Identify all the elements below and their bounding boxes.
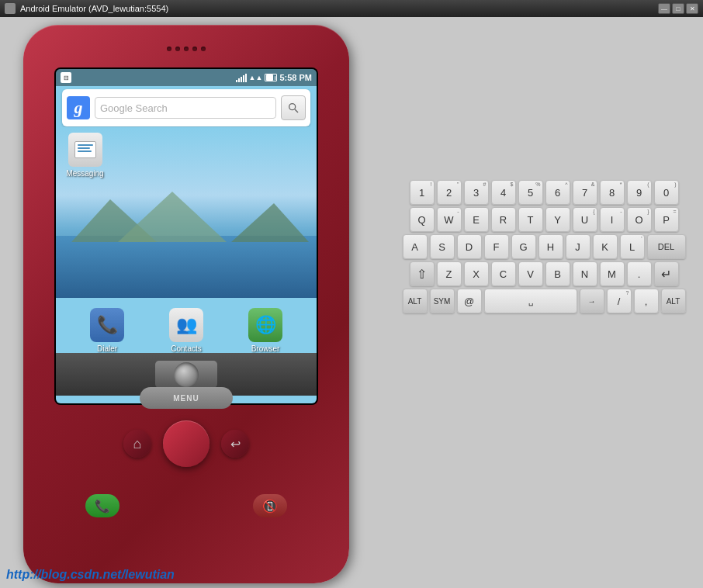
key-period[interactable]: . [627,261,652,286]
key-2[interactable]: "2 [437,180,462,205]
dialer-icon-img: 📞 [90,308,124,342]
keyboard-row-bottom: ALT SYM @ ␣ → ?/ , ALT [400,289,687,313]
key-m[interactable]: M [600,261,625,286]
key-z[interactable]: Z [437,261,462,286]
key-5[interactable]: %5 [518,180,543,205]
key-i[interactable]: -I [600,207,625,232]
screen-outer: ⊟ ▲▲ [54,67,318,405]
search-button[interactable] [281,95,306,120]
speaker-dot [184,47,189,51]
key-k[interactable]: K [593,234,618,259]
phone-body: ⊟ ▲▲ [23,25,349,583]
key-l[interactable]: 'L [620,234,645,259]
key-7[interactable]: &7 [573,180,597,205]
key-4[interactable]: $4 [491,180,516,205]
call-end-button[interactable]: 📵 [253,494,287,517]
menu-button[interactable]: MENU [140,387,233,409]
window-controls: — □ ✕ [658,3,698,14]
browser-label: Browser [244,344,287,353]
search-input[interactable]: Google Search [95,97,276,119]
key-slash[interactable]: ?/ [607,289,632,313]
key-6[interactable]: ^6 [545,180,570,205]
key-p[interactable]: =P [654,207,679,232]
menu-label: MENU [173,394,199,403]
call-icon: 📞 [95,499,110,514]
speaker-dot [167,47,171,51]
key-3[interactable]: #3 [464,180,489,205]
key-shift[interactable]: ⇧ [410,261,435,286]
key-v[interactable]: V [518,261,543,286]
end-call-icon: 📵 [262,499,278,514]
contacts-app[interactable]: 👥 Contacts [165,308,208,353]
watermark: http://blog.csdn.net/lewutian [6,568,175,582]
key-0[interactable]: )0 [654,180,679,205]
google-g-letter: g [74,98,83,118]
search-bar[interactable]: g Google Search [62,89,310,126]
bottom-app-icons: 📞 Dialer 👥 Contacts 🌐 Browser [56,308,317,353]
restore-button[interactable]: □ [672,3,684,14]
browser-icon-img: 🌐 [248,308,282,342]
key-alt-right[interactable]: ALT [661,289,686,313]
window-title: Android Emulator (AVD_lewutian:5554) [20,4,658,13]
key-a[interactable]: A [403,234,428,259]
key-w[interactable]: -W [437,207,462,232]
minimize-button[interactable]: — [658,3,670,14]
key-9[interactable]: (9 [627,180,652,205]
messaging-icon-img [68,133,102,167]
notification-icon: ⊟ [61,72,71,83]
key-d[interactable]: D [457,234,482,259]
key-g[interactable]: G [511,234,536,259]
search-placeholder: Google Search [100,102,168,114]
key-enter[interactable]: ↵ [654,261,679,286]
key-f[interactable]: F [484,234,509,259]
key-j[interactable]: J [566,234,590,259]
center-button[interactable] [163,420,210,467]
key-8[interactable]: *8 [600,180,625,205]
contacts-label: Contacts [165,344,208,353]
messaging-label: Messaging [64,169,106,178]
key-y[interactable]: Y [545,207,570,232]
call-answer-button[interactable]: 📞 [85,494,119,517]
key-q[interactable]: Q [410,207,435,232]
key-1[interactable]: !1 [410,180,435,205]
main-content: ⊟ ▲▲ [0,17,703,588]
key-del[interactable]: DEL [647,234,686,259]
trackball[interactable] [174,362,199,387]
back-button[interactable]: ↩ [221,430,249,458]
key-o[interactable]: }O [627,207,652,232]
key-n[interactable]: N [573,261,597,286]
keyboard-row-qwerty: Q -W E R T Y {U -I }O =P [400,207,687,232]
title-bar: Android Emulator (AVD_lewutian:5554) — □… [0,0,703,17]
key-at[interactable]: @ [457,289,482,313]
messaging-app[interactable]: Messaging [64,133,106,178]
key-e[interactable]: E [464,207,489,232]
key-c[interactable]: C [491,261,516,286]
speaker-dots [167,47,206,51]
trackball-container[interactable] [155,361,217,388]
key-s[interactable]: S [430,234,455,259]
keyboard-row-numbers: !1 "2 #3 $4 %5 ^6 &7 *8 (9 )0 [400,180,687,205]
key-u[interactable]: {U [573,207,597,232]
key-t[interactable]: T [518,207,543,232]
key-h[interactable]: H [539,234,563,259]
key-r[interactable]: R [491,207,516,232]
key-x[interactable]: X [464,261,489,286]
mountain-right [231,203,309,242]
key-sym[interactable]: SYM [430,289,455,313]
keyboard-row-zxcv: ⇧ Z X C V B N M . ↵ [400,261,687,286]
key-comma[interactable]: , [634,289,659,313]
water [56,236,317,298]
home-button[interactable]: ⌂ [123,430,151,458]
key-alt-left[interactable]: ALT [403,289,428,313]
svg-point-0 [289,104,296,110]
dialer-app[interactable]: 📞 Dialer [86,308,129,353]
google-logo: g [67,96,90,119]
contacts-icon-img: 👥 [169,308,203,342]
browser-app[interactable]: 🌐 Browser [244,308,287,353]
close-button[interactable]: ✕ [686,3,698,14]
key-space[interactable]: ␣ [484,289,577,313]
svg-line-1 [295,109,298,112]
phone-screen[interactable]: ⊟ ▲▲ [56,69,317,403]
key-arrow[interactable]: → [580,289,604,313]
key-b[interactable]: B [545,261,570,286]
